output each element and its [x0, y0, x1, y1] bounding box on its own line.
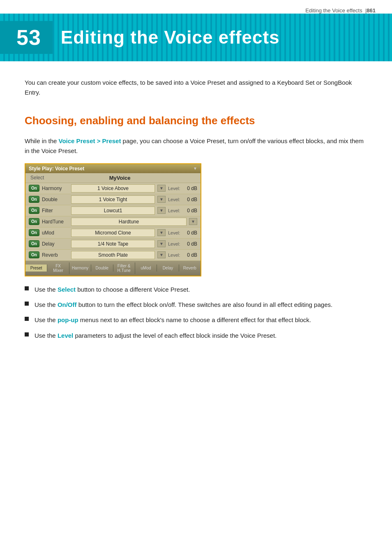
row-double: On Double 1 Voice Tight ▼ Level: 0 dB: [25, 194, 201, 205]
preset-value-filter: Lowcut1: [71, 207, 155, 215]
select-highlight: Select: [58, 286, 76, 293]
chapter-banner: 53 Editing the Voice effects: [0, 14, 392, 61]
page-number: 861: [367, 7, 376, 14]
effect-name-reverb: Reverb: [42, 252, 69, 258]
effect-name-filter: Filter: [42, 208, 69, 214]
onoff-highlight: On/Off: [58, 301, 77, 308]
on-btn-double[interactable]: On: [29, 196, 39, 203]
effect-name-umod: uMod: [42, 230, 69, 236]
row-delay: On Delay 1/4 Note Tape ▼ Level: 0 dB: [25, 239, 201, 250]
level-highlight: Level: [58, 332, 73, 339]
select-label: Select: [30, 175, 44, 181]
bullet-text-1: Use the Select button to choose a differ…: [35, 285, 190, 294]
page-header: Editing the Voice effects |861: [0, 0, 392, 14]
voice-preset-panel: Style Play: Voice Preset ▼ Select MyVoic…: [25, 163, 201, 276]
bullet-text-2: Use the On/Off button to turn the effect…: [35, 300, 332, 309]
preset-value-reverb: Smooth Plate: [71, 251, 155, 259]
level-value-double: 0 dB: [185, 197, 197, 202]
bullet-item-3: Use the pop-up menus next to an effect b…: [25, 315, 367, 325]
tab-fx-mixer[interactable]: FXMixer: [47, 262, 69, 274]
voice-preset-link: Voice Preset > Preset: [59, 137, 121, 144]
on-btn-umod[interactable]: On: [29, 229, 39, 236]
bullet-item-2: Use the On/Off button to turn the effect…: [25, 300, 367, 309]
on-btn-filter[interactable]: On: [29, 207, 39, 214]
intro-text: You can create your custom voice effects…: [25, 78, 367, 97]
header-text: Editing the Voice effects: [305, 7, 362, 14]
effect-name-hardtune: HardTune: [42, 219, 69, 225]
tab-filter-htune[interactable]: Filter &H.Tune: [113, 262, 135, 274]
bullet-text-3: Use the pop-up menus next to an effect b…: [35, 315, 311, 325]
dropdown-double[interactable]: ▼: [157, 196, 166, 203]
dropdown-hardtune[interactable]: ▼: [189, 218, 197, 225]
dropdown-reverb[interactable]: ▼: [157, 251, 166, 258]
section-heading: Choosing, enabling and balancing the eff…: [25, 114, 367, 128]
chapter-title: Editing the Voice effects: [61, 27, 280, 48]
effect-name-double: Double: [42, 197, 69, 202]
tab-delay[interactable]: Delay: [157, 265, 179, 272]
row-filter: On Filter Lowcut1 ▼ Level: 0 dB: [25, 205, 201, 216]
tab-preset[interactable]: Preset: [25, 265, 47, 272]
chapter-number: 53: [0, 21, 53, 54]
level-label-double: Level:: [168, 197, 182, 202]
level-label-filter: Level:: [168, 208, 182, 213]
preset-value-hardtune: Hardtune: [71, 218, 187, 226]
panel-arrow-icon: ▼: [193, 166, 197, 171]
content-area: You can create your custom voice effects…: [0, 61, 392, 362]
dropdown-umod[interactable]: ▼: [157, 229, 166, 236]
row-harmony: On Harmony 1 Voice Above ▼ Level: 0 dB: [25, 183, 201, 194]
level-value-filter: 0 dB: [185, 208, 197, 214]
dropdown-harmony[interactable]: ▼: [157, 185, 166, 192]
tab-harmony[interactable]: Harmony: [69, 265, 91, 272]
level-label-reverb: Level:: [168, 253, 182, 258]
panel-footer: Preset FXMixer Harmony Double Filter &H.…: [25, 261, 201, 276]
select-value: MyVoice: [109, 175, 131, 181]
body-text: While in the Voice Preset > Preset page,…: [25, 136, 367, 156]
level-value-harmony: 0 dB: [185, 186, 197, 191]
on-btn-delay[interactable]: On: [29, 240, 39, 247]
on-btn-reverb[interactable]: On: [29, 251, 39, 258]
tab-reverb[interactable]: Reverb: [179, 265, 201, 272]
bullet-icon-2: [25, 302, 29, 306]
level-label-harmony: Level:: [168, 186, 182, 191]
bullet-icon-4: [25, 332, 29, 337]
preset-value-harmony: 1 Voice Above: [71, 184, 155, 193]
tab-double[interactable]: Double: [91, 265, 113, 272]
tab-umod[interactable]: uMod: [135, 265, 157, 272]
level-value-reverb: 0 dB: [185, 252, 197, 258]
preset-value-umod: Micromod Clone: [71, 229, 155, 237]
select-row: Select MyVoice: [25, 173, 201, 183]
popup-highlight: pop-up: [58, 316, 78, 323]
row-umod: On uMod Micromod Clone ▼ Level: 0 dB: [25, 227, 201, 239]
bullet-icon-1: [25, 286, 29, 290]
row-hardtune: On HardTune Hardtune ▼: [25, 216, 201, 227]
bullet-icon-3: [25, 317, 29, 321]
row-reverb: On Reverb Smooth Plate ▼ Level: 0 dB: [25, 250, 201, 261]
on-btn-harmony[interactable]: On: [29, 185, 39, 192]
bullet-item-4: Use the Level parameters to adjust the l…: [25, 331, 367, 340]
on-btn-hardtune[interactable]: On: [29, 218, 39, 225]
dropdown-filter[interactable]: ▼: [157, 207, 166, 214]
effect-name-harmony: Harmony: [42, 186, 69, 191]
effect-name-delay: Delay: [42, 241, 69, 247]
bullet-list: Use the Select button to choose a differ…: [25, 285, 367, 340]
level-label-delay: Level:: [168, 241, 182, 246]
preset-value-delay: 1/4 Note Tape: [71, 240, 155, 248]
level-label-umod: Level:: [168, 230, 182, 235]
bullet-text-4: Use the Level parameters to adjust the l…: [35, 331, 277, 340]
dropdown-delay[interactable]: ▼: [157, 240, 166, 247]
preset-value-double: 1 Voice Tight: [71, 195, 155, 204]
level-value-umod: 0 dB: [185, 230, 197, 236]
level-value-delay: 0 dB: [185, 241, 197, 247]
panel-title: Style Play: Voice Preset: [29, 166, 84, 172]
panel-header: Style Play: Voice Preset ▼: [25, 164, 201, 173]
bullet-item-1: Use the Select button to choose a differ…: [25, 285, 367, 294]
